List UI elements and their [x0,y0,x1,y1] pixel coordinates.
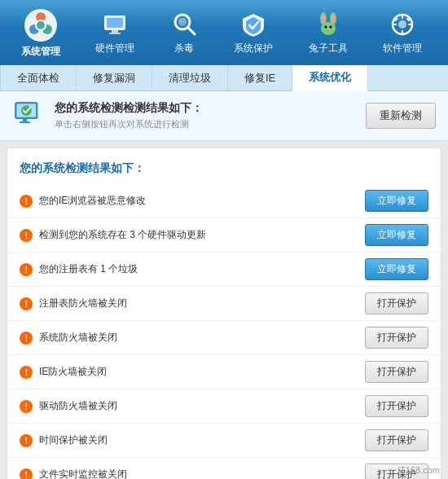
info-banner: 您的系统检测检测结果如下： 单击右侧按钮再次对系统进行检测 重新检测 [0,91,448,141]
result-text: 文件实时监控被关闭 [39,468,358,479]
protect-button[interactable]: 打开保护 [365,429,428,451]
monitor-icon [12,99,45,132]
svg-point-16 [322,15,325,23]
nav-hardware[interactable]: 硬件管理 [83,6,147,59]
result-item: !系统防火墙被关闭打开保护 [7,321,441,355]
svg-rect-9 [109,33,121,34]
main-content: 您的系统检测结果如下： !您的IE浏览器被恶意修改立即修复!检测到您的系统存在 … [7,147,441,479]
result-text: 您的注册表有 1 个垃圾 [39,262,358,276]
nav-rabbit-label: 兔子工具 [309,42,348,55]
svg-point-12 [178,18,187,26]
result-item: !检测到您的系统存在 3 个硬件驱动更新立即修复 [7,218,441,253]
software-icon [388,10,417,39]
svg-point-19 [329,26,332,29]
nav-hardware-label: 硬件管理 [95,42,134,55]
warning-icon: ! [20,263,33,276]
nav-rabbit[interactable]: 兔子工具 [296,6,360,59]
warning-icon: ! [20,229,33,242]
warning-icon: ! [20,434,33,447]
rabbit-icon [314,10,343,39]
svg-point-21 [398,20,406,29]
svg-rect-24 [393,24,397,25]
svg-rect-23 [402,30,403,34]
result-item: !文件实时监控被关闭打开保护 [7,458,441,479]
app-logo-icon [23,7,59,43]
result-text: 驱动防火墙被关闭 [39,399,358,413]
warning-icon: ! [20,195,33,208]
svg-point-17 [332,15,335,23]
protection-icon [239,10,268,39]
svg-rect-25 [408,24,412,25]
result-item: !注册表防火墙被关闭打开保护 [7,287,441,321]
result-text: 注册表防火墙被关闭 [39,297,358,310]
protect-button[interactable]: 打开保护 [365,395,428,417]
result-item: !驱动防火墙被关闭打开保护 [7,389,441,424]
fix-button[interactable]: 立即修复 [365,258,428,280]
svg-line-11 [188,28,195,34]
result-item: !时间保护被关闭打开保护 [7,424,441,458]
result-item: !IE防火墙被关闭打开保护 [7,355,441,389]
result-item: !您的IE浏览器被恶意修改立即修复 [7,184,441,218]
svg-rect-32 [20,121,30,123]
footer-watermark: IT168.com [397,465,440,475]
nav-kill-label: 杀毒 [174,42,194,55]
nav-kill[interactable]: 杀毒 [157,6,211,59]
warning-icon: ! [20,468,33,480]
result-text: 您的IE浏览器被恶意修改 [39,194,358,208]
fix-button[interactable]: 立即修复 [365,190,428,212]
result-text: 检测到您的系统存在 3 个硬件驱动更新 [39,228,358,242]
result-item: !您的注册表有 1 个垃圾立即修复 [7,253,441,287]
svg-rect-31 [23,119,27,122]
protect-button[interactable]: 打开保护 [365,327,428,349]
tab-bar: 全面体检 修复漏洞 清理垃圾 修复IE 系统优化 [0,65,448,91]
logo-text: 系统管理 [21,45,60,59]
nav-protection[interactable]: 系统保护 [222,6,285,59]
warning-icon: ! [20,332,33,345]
results-list: !您的IE浏览器被恶意修改立即修复!检测到您的系统存在 3 个硬件驱动更新立即修… [7,184,441,479]
svg-rect-8 [112,30,118,33]
nav-software-label: 软件管理 [383,42,422,55]
app-header: 系统管理 硬件管理 杀毒 [0,0,448,65]
info-banner-subtitle: 单击右侧按钮再次对系统进行检测 [55,118,356,130]
nav-software[interactable]: 软件管理 [371,6,434,59]
result-text: 时间保护被关闭 [39,433,358,447]
recheck-button[interactable]: 重新检测 [366,103,436,129]
hardware-icon [100,10,130,39]
warning-icon: ! [20,297,33,310]
info-banner-text: 您的系统检测检测结果如下： 单击右侧按钮再次对系统进行检测 [55,101,356,130]
fix-button[interactable]: 立即修复 [365,224,428,246]
result-text: 系统防火墙被关闭 [39,331,358,345]
protect-button[interactable]: 打开保护 [365,292,428,314]
section-title: 您的系统检测结果如下： [7,156,441,184]
tab-repair-ie[interactable]: 修复IE [228,65,292,90]
warning-icon: ! [20,400,33,413]
warning-icon: ! [20,366,33,379]
logo-area: 系统管理 [8,7,73,59]
header-nav: 硬件管理 杀毒 系统保护 [77,6,440,59]
info-banner-title: 您的系统检测检测结果如下： [55,101,356,116]
svg-rect-7 [107,18,123,28]
svg-rect-22 [402,15,403,19]
result-text: IE防火墙被关闭 [39,365,358,379]
kill-icon [169,10,199,39]
svg-point-18 [324,26,327,29]
tab-full-check[interactable]: 全面体检 [0,65,77,90]
svg-point-5 [37,21,45,29]
tab-repair-patch[interactable]: 修复漏洞 [77,65,152,90]
protect-button[interactable]: 打开保护 [365,361,428,383]
tab-clean-junk[interactable]: 清理垃圾 [152,65,228,90]
nav-protection-label: 系统保护 [234,42,273,55]
tab-optimize[interactable]: 系统优化 [292,65,368,91]
